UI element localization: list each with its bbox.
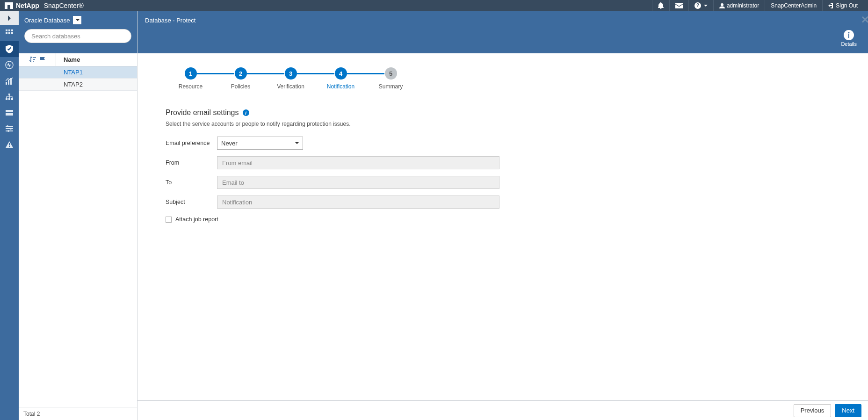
svg-rect-21 [6, 113, 13, 116]
role-label[interactable]: SnapCenterAdmin [765, 0, 822, 11]
resource-type-dropdown[interactable] [73, 16, 81, 24]
svg-rect-16 [8, 94, 10, 95]
info-icon [844, 30, 854, 40]
resource-name: NTAP1 [56, 69, 83, 76]
nav-dashboard[interactable] [0, 25, 19, 41]
resource-total: Total 2 [19, 407, 137, 420]
hosts-icon [6, 94, 13, 100]
next-button[interactable]: Next [835, 404, 861, 417]
section-subtitle: Select the service accounts or people to… [166, 121, 502, 127]
sort-icon[interactable] [29, 57, 36, 63]
nav-monitor[interactable] [0, 57, 19, 73]
step-verification[interactable]: 3 Verification [266, 67, 316, 90]
svg-rect-10 [8, 32, 10, 34]
svg-rect-18 [8, 98, 10, 100]
search-input[interactable] [31, 33, 124, 40]
details-button[interactable]: Details [841, 30, 857, 47]
svg-rect-0 [5, 2, 7, 9]
resource-name: NTAP2 [56, 81, 83, 88]
user-icon [719, 3, 725, 8]
svg-text:?: ? [696, 3, 699, 8]
svg-rect-11 [11, 32, 13, 34]
notifications-button[interactable] [652, 0, 669, 11]
help-menu[interactable]: ? [688, 0, 713, 11]
step-policies[interactable]: 2 Policies [216, 67, 266, 90]
attach-report-checkbox[interactable] [166, 217, 172, 223]
page-title: Database - Protect [137, 11, 868, 24]
wizard-footer: Previous Next [137, 400, 868, 420]
brand: NetApp SnapCenter® [5, 2, 84, 9]
messages-button[interactable] [669, 0, 688, 11]
svg-rect-25 [9, 143, 10, 145]
nav-alerts[interactable] [0, 137, 19, 152]
close-panel-button[interactable]: × [861, 12, 868, 27]
chevron-down-icon [704, 5, 708, 7]
nav-storage[interactable] [0, 105, 19, 121]
svg-rect-26 [9, 146, 10, 147]
svg-rect-1 [10, 2, 13, 9]
svg-point-5 [721, 3, 723, 6]
chart-icon [6, 77, 13, 85]
user-menu[interactable]: administrator [713, 0, 765, 11]
column-name-header[interactable]: Name [56, 56, 80, 63]
global-header: NetApp SnapCenter® ? administrator SnapC… [0, 0, 868, 11]
brand-product: SnapCenter® [44, 2, 84, 9]
table-row[interactable]: NTAP1 [19, 66, 137, 79]
signout-button[interactable]: Sign Out [822, 0, 863, 11]
svg-point-23 [10, 128, 12, 130]
to-email-input[interactable] [217, 176, 499, 189]
svg-point-24 [7, 130, 9, 132]
resource-type-label: Oracle Database [24, 17, 70, 24]
email-preference-label: Email preference [166, 140, 217, 146]
previous-button[interactable]: Previous [794, 404, 832, 417]
chevron-down-icon [76, 19, 80, 21]
subject-input[interactable] [217, 196, 499, 209]
from-email-input[interactable] [217, 156, 499, 169]
help-icon: ? [694, 2, 701, 9]
email-preference-select[interactable]: Never [217, 137, 303, 150]
svg-rect-13 [6, 82, 7, 85]
wizard-stepper: 1 Resource 2 Policies 3 Verification 4 N… [166, 67, 840, 90]
svg-point-29 [848, 32, 850, 34]
svg-rect-19 [11, 98, 13, 100]
attach-report-label: Attach job report [175, 216, 218, 223]
nav-expand-toggle[interactable] [0, 11, 19, 25]
sliders-icon [6, 125, 13, 132]
brand-company: NetApp [16, 2, 39, 9]
warning-icon [6, 141, 13, 148]
chevron-right-icon [7, 15, 12, 21]
search-databases[interactable] [24, 29, 131, 43]
table-row[interactable]: NTAP2 [19, 79, 137, 91]
nav-settings[interactable] [0, 121, 19, 137]
step-resource[interactable]: 1 Resource [166, 67, 216, 90]
storage-icon [6, 110, 13, 116]
svg-rect-20 [6, 110, 13, 112]
bell-icon [658, 2, 664, 9]
mail-icon [675, 3, 683, 8]
resource-panel: Oracle Database Name NTAP1 NTAP2 Total 2 [19, 11, 137, 420]
nav-hosts[interactable] [0, 89, 19, 105]
svg-rect-17 [6, 98, 7, 100]
svg-rect-8 [11, 29, 13, 31]
svg-rect-28 [848, 34, 849, 38]
flag-icon[interactable] [40, 57, 45, 63]
svg-rect-14 [8, 80, 9, 85]
main-panel: Database - Protect × Details 1 Resource … [137, 11, 868, 420]
info-icon[interactable]: i [243, 109, 249, 116]
step-notification[interactable]: 4 Notification [316, 67, 366, 90]
svg-rect-2 [7, 2, 10, 5]
grid-icon [6, 29, 13, 37]
resource-table-header: Name [19, 53, 137, 66]
heartbeat-icon [5, 61, 14, 69]
step-summary[interactable]: 5 Summary [366, 67, 416, 90]
nav-reports[interactable] [0, 73, 19, 89]
user-label: administrator [727, 2, 759, 9]
nav-rail [0, 11, 19, 420]
nav-resources[interactable] [0, 41, 19, 57]
from-label: From [166, 159, 217, 166]
svg-point-22 [7, 125, 8, 127]
subject-label: Subject [166, 199, 217, 205]
svg-rect-7 [8, 29, 10, 31]
to-label: To [166, 179, 217, 186]
shield-check-icon [6, 45, 13, 53]
